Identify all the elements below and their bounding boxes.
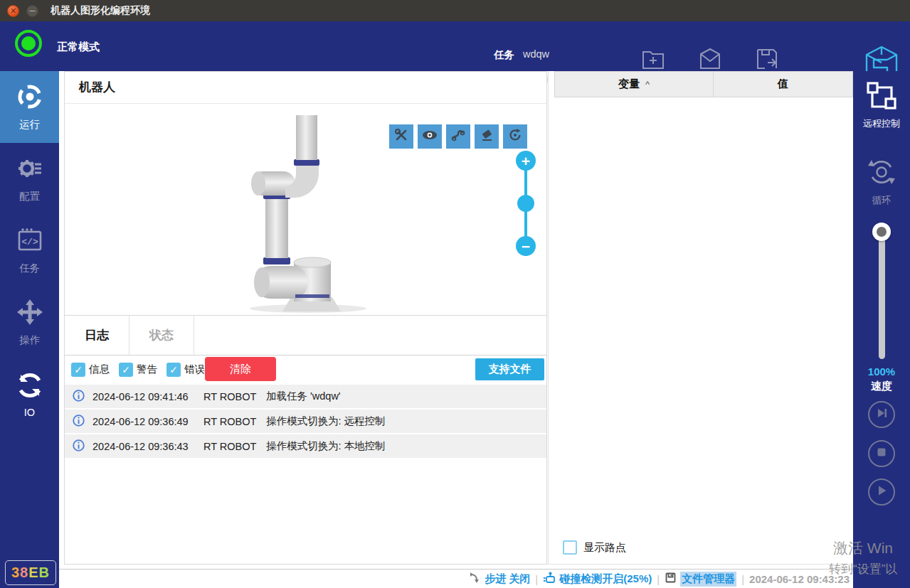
sort-caret-icon: ^ [645,79,650,90]
collision-icon [543,572,556,587]
column-header-variable[interactable]: 变量 ^ [554,71,713,97]
sidebar-item-config[interactable]: 配置 [0,143,59,215]
stop-button[interactable] [868,440,895,467]
reset-rotate-icon [508,128,522,145]
sidebar-io-label: IO [24,407,35,418]
status-separator: | [535,573,538,585]
support-files-button[interactable]: 支持文件 [475,358,544,380]
viewport-zoom-control: + − [516,151,536,266]
filter-error-label: 错误 [184,363,205,376]
log-source: RT ROBOT [203,416,266,427]
variable-column-label: 变量 [618,77,640,91]
spline-path-icon [451,128,465,145]
task-label: 任务 [494,48,514,62]
variables-panel: 变量 ^ 值 显示路点 [548,71,853,565]
checkbox-checked-icon: ✓ [166,363,181,377]
info-icon [73,439,85,454]
eraser-icon [480,128,494,145]
skip-forward-icon [874,405,889,424]
task-field: 任务 wdqw [494,48,549,62]
info-icon [73,390,85,404]
status-bar: 步进 关闭 | 碰撞检测开启(25%) | 文件管理器 | 2024-06-12… [59,569,853,588]
log-timestamp: 2024-06-12 09:41:46 [92,391,203,402]
viewport-tools-button[interactable] [389,124,413,149]
badge-char: 3 [11,565,20,581]
sidebar-item-io[interactable]: IO [0,358,59,430]
show-waypoints-checkbox[interactable]: 显示路点 [563,540,626,555]
info-icon [73,415,85,429]
variables-table-header: 变量 ^ 值 [554,71,853,97]
log-filter-row: ✓ 信息 ✓ 警告 ✓ 错误 清除 支持文件 [65,356,546,383]
log-tabs: 日志 状态 [65,316,546,356]
speed-label: 速度 [853,380,910,393]
tab-log[interactable]: 日志 [65,316,129,355]
filter-error-checkbox[interactable]: ✓ 错误 [166,363,205,377]
save-icon [754,47,780,73]
viewport-path-button[interactable] [446,124,470,149]
speed-slider-handle[interactable] [872,223,891,241]
step-mode-toggle[interactable]: 步进 关闭 [469,572,530,586]
zoom-out-button[interactable]: − [516,236,536,256]
checkbox-checked-icon: ✓ [71,363,85,377]
svg-text:</>: </> [21,237,38,247]
speed-percent-value: 100% [853,365,910,378]
step-arrow-icon [469,572,481,586]
badge-char: B [39,565,50,581]
column-header-value[interactable]: 值 [713,71,853,97]
tab-status[interactable]: 状态 [129,316,194,355]
sidebar-run-label: 运行 [19,118,40,132]
log-list: 2024-06-12 09:41:46 RT ROBOT 加载任务 'wdqw'… [65,385,546,458]
sidebar-item-task[interactable]: </> 任务 [0,215,59,287]
speed-slider-track[interactable] [879,229,885,359]
checkbox-unchecked-icon [563,540,577,555]
log-entry[interactable]: 2024-06-12 09:41:46 RT ROBOT 加载任务 'wdqw' [65,385,546,408]
filter-warning-checkbox[interactable]: ✓ 警告 [119,363,157,377]
robot-3d-viewport[interactable]: + − [65,104,546,316]
sidebar-item-run[interactable]: 运行 [0,71,59,143]
play-button[interactable] [868,479,895,506]
right-sidebar: 远程控制 循环 100% 速度 [853,71,910,588]
remote-control-button[interactable]: 远程控制 [853,81,910,130]
viewport-toolbar [389,124,527,149]
sidebar-item-operate[interactable]: 操作 [0,287,59,358]
show-waypoints-label: 显示路点 [583,541,626,555]
loop-icon [866,156,897,190]
filter-info-checkbox[interactable]: ✓ 信息 [71,363,110,377]
window-close-button[interactable]: ✕ [7,5,19,17]
task-value: wdqw [523,48,549,62]
collision-detection-toggle[interactable]: 碰撞检测开启(25%) [543,572,652,587]
open-folder-icon [697,47,723,73]
tools-icon [394,128,408,145]
zoom-in-button[interactable]: + [516,151,536,171]
file-manager-label: 文件管理器 [680,572,736,587]
file-manager-icon [665,572,677,586]
status-separator: | [657,573,660,585]
code-window-icon: </> [16,226,44,257]
title-bar: ✕ ─ 机器人图形化编程环境 [0,0,910,21]
log-message: 操作模式切换为: 本地控制 [266,439,546,453]
mode-status-indicator-icon [15,30,42,57]
step-mode-label: 步进 关闭 [485,572,530,586]
move-arrows-icon [16,298,44,328]
log-entry[interactable]: 2024-06-12 09:36:49 RT ROBOT 操作模式切换为: 远程… [65,410,546,433]
loop-label: 循环 [872,194,892,207]
log-entry[interactable]: 2024-06-12 09:36:43 RT ROBOT 操作模式切换为: 本地… [65,434,546,458]
file-manager-button[interactable]: 文件管理器 [665,572,736,587]
zoom-slider-handle[interactable] [517,195,534,212]
log-timestamp: 2024-06-12 09:36:49 [92,416,203,427]
io-swap-icon [16,371,44,402]
step-forward-button[interactable] [868,401,895,428]
gear-icon [16,154,44,185]
viewport-visibility-button[interactable] [418,124,442,149]
remote-control-label: 远程控制 [863,117,900,130]
viewport-reset-button[interactable] [503,124,527,149]
eye-icon [422,128,438,145]
window-minimize-button[interactable]: ─ [26,5,38,17]
loop-button[interactable]: 循环 [853,156,910,207]
sidebar-task-label: 任务 [19,262,40,275]
badge-char: E [28,565,38,581]
clear-log-button[interactable]: 清除 [205,357,276,381]
robot-panel-title: 机器人 [65,72,546,104]
value-column-label: 值 [778,77,788,91]
viewport-eraser-button[interactable] [475,124,499,149]
